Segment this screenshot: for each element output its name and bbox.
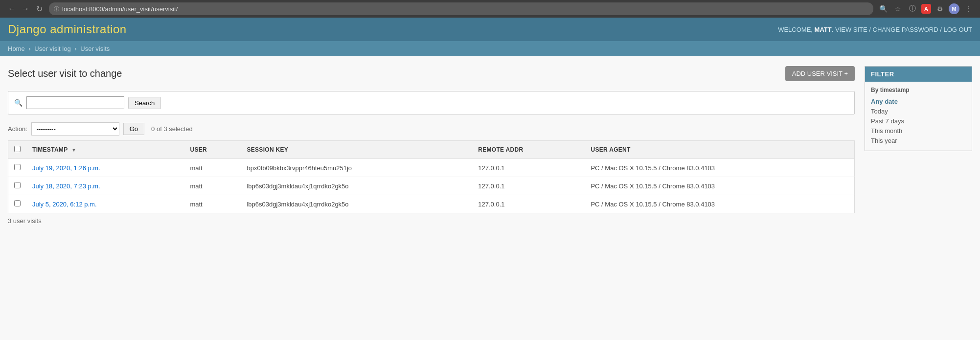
add-user-visit-button[interactable]: ADD USER VISIT + (785, 66, 855, 81)
cell-user-agent-1: PC / Mac OS X 10.15.5 / Chrome 83.0.4103 (585, 177, 854, 195)
search-bar: 🔍 Search (8, 91, 855, 114)
user-info: WELCOME, MATT. VIEW SITE / CHANGE PASSWO… (778, 26, 972, 33)
action-label: Action: (8, 125, 27, 133)
cell-remote-addr-0: 127.0.0.1 (472, 159, 585, 177)
content-area: Select user visit to change ADD USER VIS… (8, 66, 855, 228)
profile-avatar: M (949, 3, 959, 14)
cell-remote-addr-1: 127.0.0.1 (472, 177, 585, 195)
filter-list: Any dateTodayPast 7 daysThis monthThis y… (871, 96, 966, 145)
reload-button[interactable]: ↻ (33, 3, 45, 15)
table-row: July 19, 2020, 1:26 p.m. matt bpx0tb09bk… (8, 159, 855, 177)
sort-arrow-timestamp: ▼ (71, 147, 76, 153)
browser-chrome: ← → ↻ ⓘ localhost:8000/admin/user_visit/… (0, 0, 980, 18)
filter-link-4[interactable]: This year (871, 137, 897, 144)
row-checkbox-cell-0 (8, 159, 27, 177)
welcome-text: WELCOME, (778, 26, 813, 33)
help-button[interactable]: ⓘ (907, 3, 918, 15)
table-footer: 3 user visits (8, 213, 855, 228)
page-title: Select user visit to change (8, 68, 122, 79)
cell-user-2: matt (184, 195, 241, 213)
page-header: Select user visit to change ADD USER VIS… (8, 66, 855, 81)
filter-link-3[interactable]: This month (871, 127, 902, 135)
row-checkbox-0[interactable] (14, 164, 21, 170)
cell-user-agent-0: PC / Mac OS X 10.15.5 / Chrome 83.0.4103 (585, 159, 854, 177)
table-row: July 5, 2020, 6:12 p.m. matt lbp6s03dgj3… (8, 195, 855, 213)
selected-count: 0 of 3 selected (151, 125, 193, 133)
search-icon: 🔍 (14, 99, 23, 107)
change-password-link[interactable]: CHANGE PASSWORD (873, 26, 938, 33)
select-all-checkbox[interactable] (14, 146, 21, 152)
extension-a-icon: A (921, 4, 931, 14)
select-all-col (8, 141, 27, 159)
timestamp-link-0[interactable]: July 19, 2020, 1:26 p.m. (32, 164, 100, 172)
cell-session-key-1: lbp6s03dgj3mkldau4xj1qrrdko2gk5o (241, 177, 472, 195)
bookmark-button[interactable]: ☆ (892, 3, 904, 15)
breadcrumb-section[interactable]: User visit log (34, 45, 70, 52)
row-checkbox-cell-2 (8, 195, 27, 213)
cell-user-agent-2: PC / Mac OS X 10.15.5 / Chrome 83.0.4103 (585, 195, 854, 213)
cell-timestamp-1: July 18, 2020, 7:23 p.m. (26, 177, 184, 195)
timestamp-link-1[interactable]: July 18, 2020, 7:23 p.m. (32, 182, 100, 190)
col-timestamp[interactable]: TIMESTAMP ▼ (26, 141, 184, 159)
menu-button[interactable]: ⋮ (962, 3, 974, 15)
puzzle-icon[interactable]: ⚙ (934, 3, 946, 15)
data-table: TIMESTAMP ▼ USER SESSION KEY REMOTE ADDR… (8, 140, 855, 213)
search-input[interactable] (26, 96, 124, 109)
breadcrumb-current: User visits (80, 45, 110, 52)
breadcrumb: Home › User visit log › User visits (0, 41, 980, 56)
filter-item-2: Past 7 days (871, 116, 966, 126)
filter-header: FILTER (865, 67, 972, 82)
cell-user-0: matt (184, 159, 241, 177)
col-user: USER (184, 141, 241, 159)
footer-count: 3 user visits (8, 217, 42, 225)
cell-timestamp-0: July 19, 2020, 1:26 p.m. (26, 159, 184, 177)
cell-session-key-0: bpx0tb09bkbx3rvppr46hteu5mu251jo (241, 159, 472, 177)
row-checkbox-cell-1 (8, 177, 27, 195)
cell-timestamp-2: July 5, 2020, 6:12 p.m. (26, 195, 184, 213)
action-bar: Action: --------- Go 0 of 3 selected (8, 122, 855, 136)
breadcrumb-home[interactable]: Home (8, 45, 25, 52)
url-bar[interactable]: ⓘ localhost:8000/admin/user_visit/uservi… (49, 2, 873, 15)
table-body: July 19, 2020, 1:26 p.m. matt bpx0tb09bk… (8, 159, 855, 213)
view-site-link[interactable]: VIEW SITE (835, 26, 867, 33)
back-button[interactable]: ← (6, 3, 18, 15)
admin-title: Django administration (8, 23, 127, 36)
filter-section-timestamp: By timestamp Any dateTodayPast 7 daysThi… (865, 82, 972, 151)
filter-link-0[interactable]: Any date (871, 98, 898, 105)
lock-icon: ⓘ (54, 5, 59, 13)
log-out-link[interactable]: LOG OUT (943, 26, 972, 33)
col-remote-addr: REMOTE ADDR (472, 141, 585, 159)
filter-item-4: This year (871, 136, 966, 145)
filter-item-1: Today (871, 106, 966, 116)
search-button[interactable]: Search (128, 97, 161, 109)
breadcrumb-sep-2: › (74, 45, 76, 52)
table-row: July 18, 2020, 7:23 p.m. matt lbp6s03dgj… (8, 177, 855, 195)
cell-session-key-2: lbp6s03dgj3mkldau4xj1qrrdko2gk5o (241, 195, 472, 213)
filter-link-1[interactable]: Today (871, 108, 888, 115)
browser-actions: 🔍 ☆ ⓘ A ⚙ M ⋮ (877, 3, 974, 15)
go-button[interactable]: Go (123, 123, 144, 135)
username: MATT (815, 26, 832, 33)
search-browser-button[interactable]: 🔍 (877, 3, 889, 15)
col-session-key: SESSION KEY (241, 141, 472, 159)
row-checkbox-1[interactable] (14, 182, 21, 188)
cell-user-1: matt (184, 177, 241, 195)
breadcrumb-sep-1: › (28, 45, 30, 52)
action-select[interactable]: --------- (31, 122, 119, 136)
filter-link-2[interactable]: Past 7 days (871, 117, 904, 125)
filter-box: FILTER By timestamp Any dateTodayPast 7 … (865, 66, 972, 151)
url-text: localhost:8000/admin/user_visit/uservisi… (62, 5, 178, 13)
admin-header: Django administration WELCOME, MATT. VIE… (0, 18, 980, 41)
col-user-agent: USER AGENT (585, 141, 854, 159)
forward-button[interactable]: → (20, 3, 31, 15)
filter-section-title: By timestamp (871, 87, 966, 93)
cell-remote-addr-2: 127.0.0.1 (472, 195, 585, 213)
filter-item-0: Any date (871, 96, 966, 106)
timestamp-link-2[interactable]: July 5, 2020, 6:12 p.m. (32, 201, 97, 208)
browser-nav: ← → ↻ (6, 3, 45, 15)
filter-sidebar: FILTER By timestamp Any dateTodayPast 7 … (865, 66, 972, 228)
row-checkbox-2[interactable] (14, 200, 21, 206)
filter-item-3: This month (871, 126, 966, 136)
table-header-row: TIMESTAMP ▼ USER SESSION KEY REMOTE ADDR… (8, 141, 855, 159)
main-content: Select user visit to change ADD USER VIS… (0, 56, 980, 238)
